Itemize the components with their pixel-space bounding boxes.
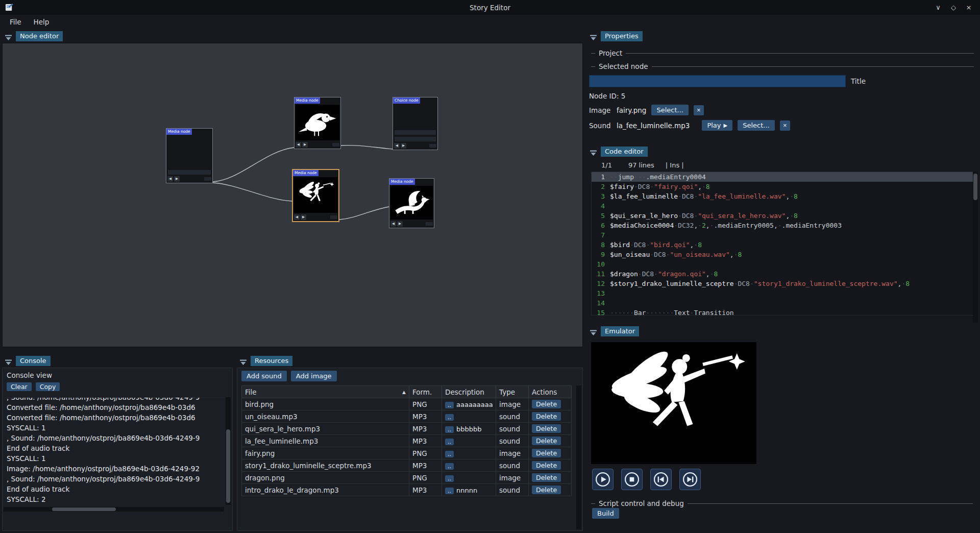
node-next-icon[interactable]: ▶ <box>302 142 308 148</box>
code-line[interactable]: 8$bird·DC8·"bird.qoi",·8 <box>592 240 976 250</box>
play-button[interactable] <box>592 469 614 490</box>
column-header-type[interactable]: Type <box>496 386 529 398</box>
code-scrollbar[interactable] <box>973 172 978 323</box>
edit-description-button[interactable]: .. <box>445 488 454 494</box>
delete-button[interactable]: Delete <box>532 461 561 470</box>
collapse-icon[interactable] <box>590 33 597 40</box>
node-field[interactable] <box>168 170 211 175</box>
node-start[interactable]: Media node ◀ ▶ <box>166 128 213 183</box>
node-next-icon[interactable]: ▶ <box>174 176 180 182</box>
node-prev-icon[interactable]: ◀ <box>390 221 396 227</box>
console-hscrollbar-thumb[interactable] <box>52 507 116 511</box>
resource-row[interactable]: bird.pngPNG..aaaaaaaaaimageDelete <box>242 398 572 410</box>
node-next-icon[interactable]: ▶ <box>301 214 306 220</box>
column-header-actions[interactable]: Actions <box>529 386 572 398</box>
node-field[interactable] <box>395 130 436 135</box>
collapse-icon[interactable] <box>5 33 12 40</box>
resource-row[interactable]: story1_drako_luminelle_sceptre.mp3MP3..s… <box>242 459 572 472</box>
skip-forward-button[interactable] <box>679 469 701 490</box>
console-log[interactable]: , Sound: /home/anthony/ostproj/ba869e4b-… <box>4 397 224 505</box>
node-next-icon[interactable]: ▶ <box>397 221 403 227</box>
node-prev-icon[interactable]: ◀ <box>296 142 301 148</box>
code-line[interactable]: 13 <box>592 288 976 298</box>
node-dragon[interactable]: Media node ◀ ▶ <box>389 178 434 228</box>
collapse-icon[interactable] <box>5 358 12 365</box>
image-clear-icon[interactable]: × <box>694 105 704 115</box>
code-line[interactable]: 4 <box>592 201 976 211</box>
node-output-port[interactable] <box>332 143 339 147</box>
stop-button[interactable] <box>621 469 643 490</box>
code-line[interactable]: 9$un_oiseau·DC8·"un_oiseau.wav",·8 <box>592 250 976 259</box>
resource-row[interactable]: qui_sera_le_hero.mp3MP3..bbbbbbsoundDele… <box>242 423 572 435</box>
column-header-format[interactable]: Form. <box>409 386 442 398</box>
sound-play-button[interactable]: Play▶ <box>702 120 732 131</box>
sound-select-button[interactable]: Select... <box>738 120 775 131</box>
code-line[interactable]: 2$fairy·DC8·"fairy.qoi",·8 <box>592 182 976 191</box>
minimize-icon[interactable]: ∨ <box>932 2 944 13</box>
title-input[interactable] <box>589 75 846 87</box>
code-line[interactable]: 6$mediaChoice0004·DC32,·2,·.mediaEntry00… <box>592 221 976 230</box>
node-prev-icon[interactable]: ◀ <box>394 143 400 149</box>
code-line[interactable]: 14 <box>592 298 976 308</box>
node-canvas[interactable]: Media node ◀ ▶ Media node ◀ ▶ <box>2 43 583 347</box>
code-line[interactable]: 3$la_fee_luminelle·DC8·"la_fee_luminelle… <box>592 191 976 201</box>
add-sound-button[interactable]: Add sound <box>241 371 287 381</box>
column-header-file[interactable]: File▲ <box>242 386 409 398</box>
delete-button[interactable]: Delete <box>532 400 561 408</box>
collapse-icon[interactable] <box>239 358 247 365</box>
close-icon[interactable]: × <box>963 2 975 13</box>
clear-button[interactable]: Clear <box>7 382 32 391</box>
delete-button[interactable]: Delete <box>532 437 561 445</box>
node-field[interactable] <box>395 137 436 141</box>
console-vscrollbar-thumb[interactable] <box>226 429 230 502</box>
menu-file[interactable]: File <box>4 16 27 28</box>
sound-clear-icon[interactable]: × <box>780 120 790 131</box>
code-line[interactable]: 7 <box>592 230 976 240</box>
node-fairy-selected[interactable]: Media node ◀ ▶ <box>292 169 339 222</box>
node-prev-icon[interactable]: ◀ <box>167 176 173 182</box>
code-line[interactable]: 10 <box>592 259 976 269</box>
edit-description-button[interactable]: .. <box>445 414 454 421</box>
console-hscrollbar[interactable] <box>4 507 224 512</box>
node-choice[interactable]: Choice node ◀ ▶ <box>393 97 438 150</box>
add-image-button[interactable]: Add image <box>291 371 337 381</box>
delete-button[interactable]: Delete <box>532 412 561 421</box>
node-output-port[interactable] <box>426 222 433 226</box>
console-vscrollbar[interactable] <box>226 397 231 505</box>
node-bird[interactable]: Media node ◀ ▶ <box>294 97 341 149</box>
collapse-icon[interactable] <box>590 328 597 335</box>
skip-back-button[interactable] <box>650 469 672 490</box>
code-line[interactable]: 15······Bar·······Text·Transition <box>592 308 976 316</box>
resource-row[interactable]: dragon.pngPNG..imageDelete <box>242 472 572 484</box>
resources-scrollbar[interactable] <box>576 385 581 529</box>
code-line[interactable]: 1··jump···.mediaEntry0004 <box>592 172 976 182</box>
edit-description-button[interactable]: .. <box>445 451 454 457</box>
code-line[interactable]: 11$dragon·DC8·"dragon.qoi",·8 <box>592 269 976 279</box>
edit-description-button[interactable]: .. <box>445 475 454 482</box>
collapse-icon[interactable] <box>590 149 597 155</box>
edit-description-button[interactable]: .. <box>445 426 454 433</box>
node-output-port[interactable] <box>429 144 436 148</box>
code-line[interactable]: 5$qui_sera_le_hero·DC8·"qui_sera_le_hero… <box>592 211 976 221</box>
edit-description-button[interactable]: .. <box>445 463 454 470</box>
code-area[interactable]: 1··jump···.mediaEntry00042$fairy·DC8·"fa… <box>591 172 977 316</box>
code-scrollbar-thumb[interactable] <box>973 174 977 200</box>
node-prev-icon[interactable]: ◀ <box>294 214 300 220</box>
delete-button[interactable]: Delete <box>532 473 561 482</box>
column-header-description[interactable]: Description <box>442 386 496 398</box>
edit-description-button[interactable]: .. <box>445 439 454 445</box>
delete-button[interactable]: Delete <box>532 424 561 433</box>
resource-row[interactable]: un_oiseau.mp3MP3..soundDelete <box>242 410 572 423</box>
maximize-icon[interactable]: ◇ <box>947 2 960 13</box>
resource-row[interactable]: fairy.pngPNG..imageDelete <box>242 447 572 459</box>
menu-help[interactable]: Help <box>28 16 55 28</box>
build-button[interactable]: Build <box>592 508 619 519</box>
copy-button[interactable]: Copy <box>36 382 60 391</box>
node-output-port[interactable] <box>330 215 337 219</box>
delete-button[interactable]: Delete <box>532 486 561 494</box>
delete-button[interactable]: Delete <box>532 449 561 457</box>
code-line[interactable]: 12$story1_drako_luminelle_sceptre·DC8·"s… <box>592 279 976 288</box>
resource-row[interactable]: la_fee_luminelle.mp3MP3..soundDelete <box>242 435 572 447</box>
edit-description-button[interactable]: .. <box>445 402 454 408</box>
image-select-button[interactable]: Select... <box>651 105 689 115</box>
